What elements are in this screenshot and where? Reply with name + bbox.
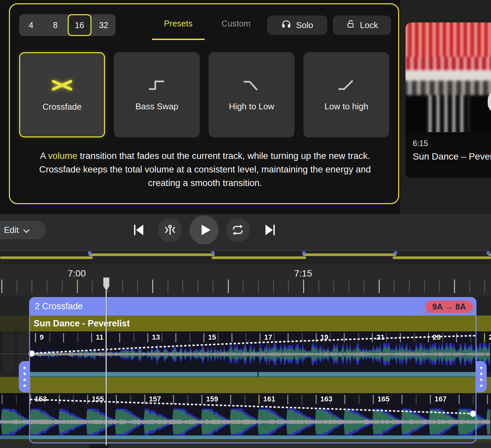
beat-length-16[interactable]: 16 bbox=[68, 14, 91, 36]
beat-tick bbox=[218, 333, 219, 342]
next-track-card[interactable]: 6:15 Sun Dance – Peverelist bbox=[405, 22, 491, 178]
beat-tick bbox=[116, 395, 117, 404]
time-tick bbox=[213, 280, 214, 293]
beat-tick bbox=[402, 395, 403, 404]
preset-bass-swap[interactable]: Bass Swap bbox=[114, 52, 200, 137]
beat-length-32[interactable]: 32 bbox=[92, 14, 116, 36]
bass-swap-step-icon bbox=[147, 78, 166, 92]
time-tick bbox=[318, 280, 319, 293]
overview-transition-dot[interactable] bbox=[486, 251, 490, 255]
time-label: 7:15 bbox=[294, 268, 312, 279]
time-tick bbox=[409, 280, 410, 293]
overview-transition-dot[interactable] bbox=[302, 251, 306, 255]
overview-segment[interactable] bbox=[89, 253, 215, 256]
beat-tick bbox=[487, 395, 488, 404]
beat-number: 165 bbox=[377, 395, 390, 403]
loop-icon bbox=[231, 223, 245, 237]
time-tick bbox=[62, 280, 63, 293]
bottom-track-lane[interactable] bbox=[0, 409, 491, 435]
skip-back-button[interactable] bbox=[132, 223, 146, 238]
overview-segment[interactable] bbox=[393, 256, 491, 259]
beat-tick bbox=[372, 333, 373, 342]
preset-crossfade[interactable]: Crossfade bbox=[19, 52, 105, 137]
beat-tick bbox=[59, 395, 60, 404]
beat-tick bbox=[373, 395, 374, 404]
jump-to-cue-button[interactable] bbox=[158, 218, 182, 242]
track-title: Sun Dance – Peverelist bbox=[413, 151, 491, 162]
time-tick bbox=[364, 280, 365, 293]
region-left-handle[interactable] bbox=[19, 361, 30, 392]
preset-low-to-high[interactable]: Low to high bbox=[303, 52, 389, 137]
beat-tick bbox=[49, 333, 50, 342]
time-tick bbox=[182, 280, 183, 293]
time-ruler[interactable]: 7:007:15 bbox=[0, 264, 491, 296]
bottom-beat-ruler: 153155157159161163165167 bbox=[0, 393, 491, 409]
beat-tick bbox=[231, 333, 232, 342]
overview-transition-dot[interactable] bbox=[88, 251, 91, 255]
beat-tick bbox=[119, 333, 120, 342]
time-tick bbox=[258, 280, 259, 293]
overview-segment[interactable] bbox=[303, 253, 396, 256]
lock-button[interactable]: Lock bbox=[333, 16, 391, 35]
beat-tick bbox=[442, 333, 443, 342]
beat-number: 9 bbox=[40, 333, 44, 342]
time-tick bbox=[1, 280, 2, 293]
beat-tick bbox=[203, 333, 204, 342]
beat-tick bbox=[288, 333, 289, 342]
beat-tick bbox=[386, 333, 387, 342]
tab-presets[interactable]: Presets bbox=[152, 19, 205, 28]
solo-button[interactable]: Solo bbox=[267, 16, 327, 35]
overview-segment[interactable] bbox=[0, 256, 93, 259]
beat-tick bbox=[274, 333, 275, 342]
beat-tick bbox=[173, 395, 174, 404]
beat-tick bbox=[456, 333, 457, 342]
region-right-handle[interactable] bbox=[475, 361, 487, 392]
time-tick bbox=[484, 280, 485, 293]
clip-title: Sun Dance - Peverelist bbox=[29, 318, 130, 328]
edit-menu-button[interactable]: Edit bbox=[0, 221, 46, 239]
beat-tick bbox=[358, 333, 359, 342]
play-button[interactable] bbox=[190, 215, 219, 244]
track-duration: 6:15 bbox=[413, 139, 428, 148]
beat-tick bbox=[301, 395, 302, 404]
beat-tick bbox=[430, 395, 431, 404]
overview-transition-dot[interactable] bbox=[394, 251, 397, 255]
playhead-line bbox=[106, 290, 107, 445]
beat-number: 13 bbox=[152, 333, 160, 342]
time-tick bbox=[454, 280, 455, 293]
beat-tick bbox=[246, 333, 247, 342]
clip-title-bar[interactable]: Sun Dance - Peverelist bbox=[29, 316, 491, 331]
beat-length-4[interactable]: 4 bbox=[19, 14, 43, 36]
track-divider-bar bbox=[30, 372, 475, 377]
beat-tick bbox=[144, 395, 145, 404]
top-beat-ruler: 91113151719212325 bbox=[29, 331, 491, 344]
top-track-lane[interactable] bbox=[29, 344, 491, 372]
preset-high-to-low[interactable]: High to Low bbox=[209, 52, 295, 137]
beat-length-8[interactable]: 8 bbox=[43, 14, 67, 36]
time-tick bbox=[243, 280, 244, 293]
beat-tick bbox=[260, 333, 261, 342]
time-tick bbox=[47, 280, 48, 293]
skip-forward-button[interactable] bbox=[263, 223, 277, 238]
beat-tick bbox=[330, 333, 331, 342]
beat-tick bbox=[133, 333, 134, 342]
overview-transition-dot[interactable] bbox=[211, 251, 215, 255]
overview-segment[interactable] bbox=[212, 256, 306, 259]
chevron-down-icon bbox=[23, 225, 29, 235]
beat-tick bbox=[259, 395, 260, 404]
preset-label: Low to high bbox=[325, 101, 368, 112]
crossfade-region-header[interactable]: 2 Crossfade 9A → 8A bbox=[30, 298, 475, 316]
loop-button[interactable] bbox=[226, 218, 250, 242]
bottom-clip-title-strip[interactable] bbox=[0, 377, 491, 393]
time-tick bbox=[17, 280, 18, 293]
headphones-icon bbox=[281, 19, 292, 32]
time-tick bbox=[197, 280, 198, 293]
beat-tick bbox=[400, 333, 401, 342]
crossfade-region-label: 2 Crossfade bbox=[35, 301, 83, 312]
time-tick bbox=[137, 280, 138, 293]
mix-overview-strip[interactable] bbox=[0, 250, 491, 264]
time-tick bbox=[348, 280, 349, 293]
tab-custom[interactable]: Custom bbox=[211, 19, 261, 28]
beat-number: 17 bbox=[264, 333, 272, 342]
beat-number: 11 bbox=[96, 333, 103, 342]
